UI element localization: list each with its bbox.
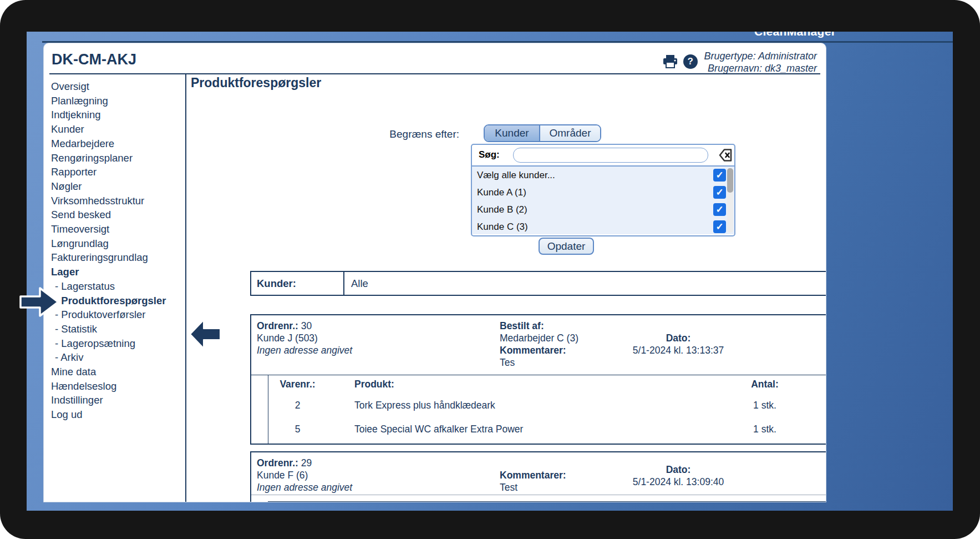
annotation-arrow-produktforesporgsler bbox=[189, 319, 222, 350]
tab-omrader[interactable]: Områder bbox=[540, 125, 600, 141]
summary-value: Alle bbox=[344, 272, 826, 295]
app-title: DK-CM-AKJ bbox=[52, 51, 136, 68]
summary-label: Kunder: bbox=[251, 272, 344, 295]
list-scrollbar[interactable] bbox=[727, 168, 733, 233]
customer-option-list: Vælg alle kunder... ✓ Kunde A (1) ✓ Kund… bbox=[472, 165, 734, 234]
date-label: Dato: bbox=[666, 464, 691, 475]
order-address-note: Ingen adresse angivet bbox=[257, 344, 352, 356]
header-right: ? Brugertype: Administrator Brugernavn: … bbox=[663, 50, 817, 74]
card-divider bbox=[251, 495, 826, 495]
option-kunde-a[interactable]: Kunde A (1) ✓ bbox=[472, 184, 734, 201]
comments: Test bbox=[500, 481, 566, 493]
help-icon[interactable]: ? bbox=[683, 54, 698, 69]
sidebar-item-rengoringsplaner[interactable]: Rengøringsplaner bbox=[51, 151, 185, 165]
date-value: 5/1-2024 kl. 13:09:40 bbox=[595, 476, 761, 488]
sidebar-item-timeoversigt[interactable]: Timeoversigt bbox=[51, 222, 185, 236]
filter-label: Begræns efter: bbox=[353, 128, 459, 140]
order-no-label: Ordrenr.: bbox=[257, 457, 298, 469]
checkbox-checked-icon[interactable]: ✓ bbox=[713, 169, 726, 182]
option-kunde-b[interactable]: Kunde B (2) ✓ bbox=[472, 201, 734, 218]
item-row: 2 Tork Express plus håndklædeark 1 stk. bbox=[268, 393, 826, 417]
search-input[interactable] bbox=[513, 148, 708, 163]
items-header-qty: Antal: bbox=[648, 378, 826, 390]
filter-tabs: Kunder Områder bbox=[484, 124, 601, 142]
annotation-arrow-lager bbox=[19, 285, 61, 319]
sidebar-nav: Oversigt Planlægning Indtjekning Kunder … bbox=[44, 74, 185, 502]
comments-label: Kommentarer: bbox=[500, 345, 566, 356]
items-table-top-edge bbox=[268, 501, 826, 502]
sidebar-item-planlaegning[interactable]: Planlægning bbox=[51, 94, 185, 108]
device-frame: CleanManager DK-CM-AKJ ? bbox=[0, 0, 980, 539]
user-name: Brugernavn: dk3_master bbox=[704, 62, 817, 74]
order-customer: Kunde F (6) bbox=[257, 469, 352, 481]
clear-search-icon[interactable] bbox=[714, 148, 733, 163]
sidebar-item-nogler[interactable]: Nøgler bbox=[51, 179, 185, 194]
sidebar-item-medarbejdere[interactable]: Medarbejdere bbox=[51, 137, 185, 151]
items-header-sku: Varenr.: bbox=[268, 378, 327, 390]
browser-screen: CleanManager DK-CM-AKJ ? bbox=[27, 32, 953, 511]
sidebar-item-produktforesporgsler[interactable]: - Produktforespørgsler bbox=[51, 294, 185, 308]
order-no: 30 bbox=[301, 320, 312, 331]
sidebar-item-longrundlag[interactable]: Løngrundlag bbox=[51, 236, 185, 251]
brand-logo: CleanManager bbox=[754, 32, 836, 38]
sidebar-item-produktoverforsler[interactable]: - Produktoverførsler bbox=[51, 308, 185, 322]
order-card-29: Ordrenr.: 29 Kunde F (6) Ingen adresse a… bbox=[250, 451, 826, 502]
order-address-note: Ingen adresse angivet bbox=[257, 481, 352, 493]
sidebar-item-lagerstatus[interactable]: - Lagerstatus bbox=[51, 279, 185, 294]
items-header-product: Produkt: bbox=[327, 378, 648, 390]
ordered-by-label: Bestilt af: bbox=[500, 320, 544, 331]
sidebar-item-send-besked[interactable]: Send besked bbox=[51, 208, 185, 222]
ordered-by: Medarbejder C (3) bbox=[500, 332, 578, 344]
checkbox-checked-icon[interactable]: ✓ bbox=[713, 220, 726, 233]
scrollbar-thumb[interactable] bbox=[727, 168, 733, 193]
checkbox-checked-icon[interactable]: ✓ bbox=[713, 203, 726, 216]
customer-filter-panel: Søg: Vælg alle kunder... bbox=[471, 144, 735, 236]
sidebar-item-haendelseslog[interactable]: Hændelseslog bbox=[51, 379, 185, 394]
option-kunde-c[interactable]: Kunde C (3) ✓ bbox=[472, 218, 734, 234]
sidebar-item-indtjekning[interactable]: Indtjekning bbox=[51, 108, 185, 122]
user-info: Brugertype: Administrator Brugernavn: dk… bbox=[704, 50, 817, 74]
page-title: Produktforespørgsler bbox=[191, 75, 321, 90]
checkbox-checked-icon[interactable]: ✓ bbox=[713, 186, 726, 199]
sidebar-item-lageropsaetning[interactable]: - Lageropsætning bbox=[51, 336, 185, 351]
tab-kunder[interactable]: Kunder bbox=[485, 125, 540, 141]
option-select-all[interactable]: Vælg alle kunder... ✓ bbox=[472, 167, 734, 184]
comments: Tes bbox=[500, 356, 578, 369]
order-no-label: Ordrenr.: bbox=[257, 320, 298, 331]
user-type: Brugertype: Administrator bbox=[704, 50, 817, 62]
sidebar-item-lager[interactable]: Lager bbox=[51, 265, 185, 279]
order-customer: Kunde J (503) bbox=[257, 332, 352, 344]
sidebar-item-indstillinger[interactable]: Indstillinger bbox=[51, 393, 185, 407]
date-label: Dato: bbox=[666, 333, 691, 344]
order-items-table: Varenr.: Produkt: Antal: 2 Tork Express … bbox=[268, 375, 826, 444]
sidebar-item-virksomhedsstruktur[interactable]: Virksomhedsstruktur bbox=[51, 194, 185, 208]
item-row: 5 Toiee Special WC afkalker Extra Power … bbox=[268, 417, 826, 441]
comments-label: Kommentarer: bbox=[500, 470, 566, 481]
sidebar-item-faktureringsgrundlag[interactable]: Faktureringsgrundlag bbox=[51, 250, 185, 265]
order-no: 29 bbox=[301, 457, 312, 469]
search-label: Søg: bbox=[479, 149, 500, 160]
date-value: 5/1-2024 kl. 13:13:37 bbox=[595, 344, 761, 356]
sidebar-item-mine-data[interactable]: Mine data bbox=[51, 365, 185, 379]
order-card-30: Ordrenr.: 30 Kunde J (503) Ingen adresse… bbox=[250, 314, 826, 445]
main-content: Produktforespørgsler Begræns efter: Kund… bbox=[185, 74, 826, 502]
app-window: DK-CM-AKJ ? Brugertype: Administrator bbox=[43, 43, 826, 502]
sidebar-item-statistik[interactable]: - Statistik bbox=[51, 322, 185, 336]
print-icon[interactable] bbox=[663, 54, 678, 71]
customer-summary-table: Kunder: Alle bbox=[250, 271, 826, 296]
sidebar-item-rapporter[interactable]: Rapporter bbox=[51, 165, 185, 179]
sidebar-item-log-ud[interactable]: Log ud bbox=[51, 407, 185, 422]
update-button[interactable]: Opdater bbox=[539, 238, 594, 255]
sidebar-item-oversigt[interactable]: Oversigt bbox=[51, 79, 185, 94]
sidebar-item-arkiv[interactable]: - Arkiv bbox=[51, 350, 185, 365]
sidebar-item-kunder[interactable]: Kunder bbox=[51, 122, 185, 137]
